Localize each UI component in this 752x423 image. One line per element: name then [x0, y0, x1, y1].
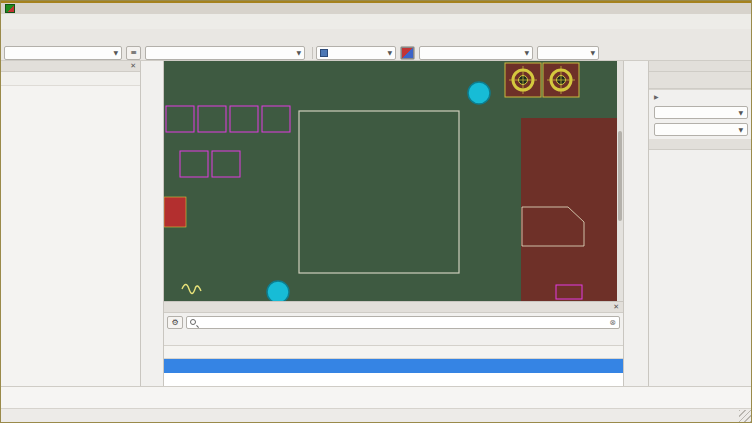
search-table-header	[164, 346, 623, 359]
kicad-app-icon	[5, 4, 15, 13]
layer-pair-icon	[401, 47, 414, 59]
grid-size-combo[interactable]: ▼	[419, 46, 533, 60]
right-toolbar	[623, 61, 649, 386]
scrollbar-thumb[interactable]	[618, 131, 622, 221]
active-layer-combo[interactable]: ▼	[316, 46, 396, 60]
chevron-down-icon: ▼	[738, 109, 743, 116]
pcb-editor-window: ▼ ≡ ▼ ▼ ▼ ▼ ✕	[0, 0, 752, 423]
viewports-combo[interactable]: ▼	[654, 123, 748, 136]
presets-combo[interactable]: ▼	[654, 106, 748, 119]
pcb-canvas[interactable]	[164, 61, 617, 301]
chevron-down-icon: ▼	[110, 49, 118, 56]
layer-display-options[interactable]: ▶	[649, 89, 752, 102]
properties-panel: ✕	[1, 61, 141, 386]
clear-search-icon[interactable]: ⊗	[609, 318, 616, 327]
resize-grip[interactable]	[739, 410, 751, 422]
layer-pair-button[interactable]	[400, 46, 415, 60]
selection-filter-grid	[649, 150, 752, 152]
search-panel: ✕ ⚙ ⊗	[164, 301, 623, 386]
chevron-down-icon: ▼	[521, 49, 529, 56]
layer-color-chip	[320, 49, 328, 57]
close-icon[interactable]: ✕	[613, 303, 619, 311]
zoom-combo[interactable]: ▼	[537, 46, 599, 60]
via-size-combo[interactable]: ▼	[145, 46, 305, 60]
menubar	[1, 14, 751, 29]
left-toolbar	[141, 61, 164, 386]
titlebar[interactable]	[1, 1, 751, 14]
smd-components	[164, 197, 186, 227]
search-input-wrap: ⊗	[186, 316, 620, 329]
edit-toolbar: ▼ ≡ ▼ ▼ ▼ ▼	[1, 45, 751, 61]
selected-item-type	[1, 72, 140, 86]
track-width-combo[interactable]: ▼	[4, 46, 122, 60]
chevron-down-icon: ▼	[587, 49, 595, 56]
search-icon	[190, 319, 196, 325]
search-settings-button[interactable]: ⚙	[167, 316, 183, 329]
status-bar	[1, 386, 752, 423]
chevron-down-icon: ▼	[293, 49, 301, 56]
equals-icon: ≡	[130, 48, 137, 57]
close-icon[interactable]: ✕	[130, 62, 136, 70]
auto-track-width-button[interactable]: ≡	[126, 46, 141, 60]
search-tabs	[164, 331, 623, 346]
appearance-panel: ▶ ▼ ▼	[649, 61, 752, 386]
main-toolbar	[1, 29, 751, 45]
search-input[interactable]	[199, 318, 609, 327]
pcb-board-view	[164, 61, 617, 301]
search-result-row[interactable]	[164, 359, 623, 373]
gear-icon: ⚙	[171, 318, 178, 327]
appearance-tabs	[649, 72, 752, 89]
chevron-down-icon: ▼	[738, 126, 743, 133]
chevron-down-icon: ▼	[384, 49, 392, 56]
